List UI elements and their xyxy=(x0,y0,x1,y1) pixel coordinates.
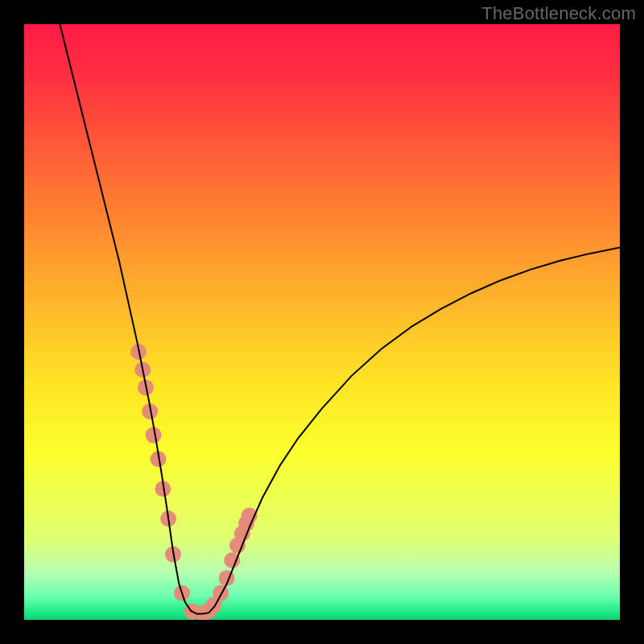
plot-area xyxy=(24,24,620,620)
data-point xyxy=(213,585,229,601)
chart-svg xyxy=(24,24,620,620)
chart-frame: TheBottleneck.com xyxy=(0,0,644,644)
watermark-text: TheBottleneck.com xyxy=(481,3,636,24)
chart-background xyxy=(24,24,620,620)
